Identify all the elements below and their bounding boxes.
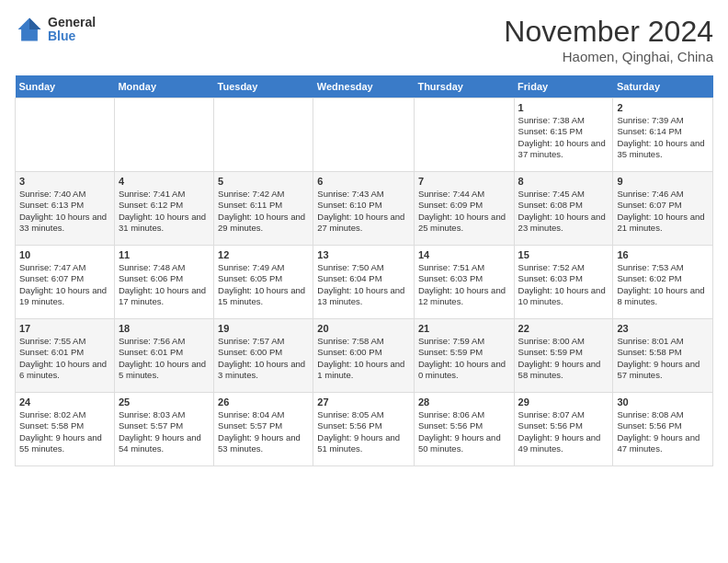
- daylight-hours: Daylight: 9 hours and 51 minutes.: [317, 432, 400, 454]
- calendar-cell: [16, 98, 115, 172]
- day-number: 7: [418, 176, 510, 187]
- day-number: 28: [418, 396, 510, 408]
- logo: General Blue: [15, 15, 96, 44]
- day-number: 17: [19, 323, 110, 334]
- day-info: Sunrise: 7:58 AM Sunset: 6:00 PM Dayligh…: [317, 336, 410, 381]
- daylight-hours: Daylight: 10 hours and 3 minutes.: [218, 359, 305, 380]
- daylight-hours: Daylight: 10 hours and 19 minutes.: [19, 285, 107, 306]
- logo-text: General Blue: [48, 16, 96, 44]
- daylight-hours: Daylight: 10 hours and 13 minutes.: [317, 285, 404, 306]
- sunset-time: Sunset: 5:58 PM: [19, 420, 84, 431]
- sunset-time: Sunset: 6:02 PM: [617, 273, 681, 283]
- sunset-time: Sunset: 6:03 PM: [418, 273, 483, 283]
- day-info: Sunrise: 8:05 AM Sunset: 5:56 PM Dayligh…: [317, 409, 410, 454]
- column-header-sunday: Sunday: [16, 75, 115, 98]
- calendar-cell: [313, 98, 415, 172]
- sunset-time: Sunset: 6:00 PM: [317, 347, 381, 357]
- daylight-hours: Daylight: 10 hours and 6 minutes.: [19, 359, 107, 380]
- day-info: Sunrise: 7:41 AM Sunset: 6:12 PM Dayligh…: [119, 189, 210, 234]
- day-info: Sunrise: 7:45 AM Sunset: 6:08 PM Dayligh…: [518, 189, 609, 234]
- sunset-time: Sunset: 6:08 PM: [518, 200, 583, 210]
- sunset-time: Sunset: 5:56 PM: [617, 420, 681, 431]
- day-number: 2: [617, 102, 709, 113]
- day-number: 15: [518, 249, 609, 260]
- page-header: General Blue November 2024 Haomen, Qingh…: [15, 15, 713, 64]
- calendar-cell: 8 Sunrise: 7:45 AM Sunset: 6:08 PM Dayli…: [514, 172, 613, 246]
- calendar-cell: 1 Sunrise: 7:38 AM Sunset: 6:15 PM Dayli…: [514, 98, 613, 172]
- calendar-week-row: 3 Sunrise: 7:40 AM Sunset: 6:13 PM Dayli…: [16, 172, 713, 246]
- calendar-cell: 12 Sunrise: 7:49 AM Sunset: 6:05 PM Dayl…: [214, 246, 313, 319]
- daylight-hours: Daylight: 10 hours and 17 minutes.: [119, 285, 206, 306]
- column-header-friday: Friday: [514, 75, 613, 98]
- calendar-cell: 10 Sunrise: 7:47 AM Sunset: 6:07 PM Dayl…: [16, 246, 115, 319]
- sunset-time: Sunset: 6:12 PM: [119, 200, 183, 210]
- day-info: Sunrise: 7:46 AM Sunset: 6:07 PM Dayligh…: [617, 189, 709, 234]
- sunset-time: Sunset: 5:56 PM: [418, 420, 483, 431]
- day-number: 18: [119, 323, 210, 334]
- day-info: Sunrise: 7:38 AM Sunset: 6:15 PM Dayligh…: [518, 115, 609, 160]
- daylight-hours: Daylight: 10 hours and 0 minutes.: [418, 359, 506, 380]
- sunrise-time: Sunrise: 8:08 AM: [617, 409, 683, 419]
- calendar-cell: 6 Sunrise: 7:43 AM Sunset: 6:10 PM Dayli…: [313, 172, 415, 246]
- calendar-header-row: SundayMondayTuesdayWednesdayThursdayFrid…: [16, 75, 713, 98]
- day-number: 9: [617, 176, 709, 187]
- day-info: Sunrise: 7:48 AM Sunset: 6:06 PM Dayligh…: [119, 262, 210, 307]
- calendar-cell: 28 Sunrise: 8:06 AM Sunset: 5:56 PM Dayl…: [414, 393, 514, 466]
- day-number: 12: [218, 249, 309, 260]
- sunset-time: Sunset: 6:01 PM: [119, 347, 183, 357]
- calendar-cell: 16 Sunrise: 7:53 AM Sunset: 6:02 PM Dayl…: [613, 246, 713, 319]
- daylight-hours: Daylight: 10 hours and 25 minutes.: [418, 212, 506, 233]
- sunrise-time: Sunrise: 7:41 AM: [119, 189, 185, 199]
- column-header-saturday: Saturday: [613, 75, 713, 98]
- calendar-cell: 22 Sunrise: 8:00 AM Sunset: 5:59 PM Dayl…: [514, 319, 613, 393]
- daylight-hours: Daylight: 10 hours and 12 minutes.: [418, 285, 506, 306]
- day-info: Sunrise: 7:56 AM Sunset: 6:01 PM Dayligh…: [119, 336, 210, 381]
- column-header-wednesday: Wednesday: [313, 75, 415, 98]
- daylight-hours: Daylight: 10 hours and 37 minutes.: [518, 138, 606, 159]
- sunrise-time: Sunrise: 8:05 AM: [317, 409, 383, 419]
- day-number: 29: [518, 396, 609, 408]
- calendar-cell: 25 Sunrise: 8:03 AM Sunset: 5:57 PM Dayl…: [114, 393, 213, 466]
- title-block: November 2024 Haomen, Qinghai, China: [504, 15, 713, 64]
- day-info: Sunrise: 8:03 AM Sunset: 5:57 PM Dayligh…: [119, 409, 210, 454]
- calendar-week-row: 24 Sunrise: 8:02 AM Sunset: 5:58 PM Dayl…: [16, 393, 713, 466]
- sunset-time: Sunset: 5:57 PM: [119, 420, 183, 431]
- day-number: 14: [418, 249, 510, 260]
- day-info: Sunrise: 7:55 AM Sunset: 6:01 PM Dayligh…: [19, 336, 110, 381]
- daylight-hours: Daylight: 10 hours and 5 minutes.: [119, 359, 206, 380]
- sunset-time: Sunset: 5:59 PM: [418, 347, 483, 357]
- calendar-cell: 4 Sunrise: 7:41 AM Sunset: 6:12 PM Dayli…: [114, 172, 213, 246]
- sunrise-time: Sunrise: 7:58 AM: [317, 336, 383, 346]
- daylight-hours: Daylight: 10 hours and 27 minutes.: [317, 212, 404, 233]
- daylight-hours: Daylight: 9 hours and 55 minutes.: [19, 432, 102, 454]
- calendar-cell: 23 Sunrise: 8:01 AM Sunset: 5:58 PM Dayl…: [613, 319, 713, 393]
- day-number: 8: [518, 176, 609, 187]
- sunset-time: Sunset: 6:01 PM: [19, 347, 84, 357]
- logo-icon: [15, 15, 44, 44]
- sunrise-time: Sunrise: 7:48 AM: [119, 262, 185, 272]
- daylight-hours: Daylight: 10 hours and 33 minutes.: [19, 212, 107, 233]
- sunset-time: Sunset: 6:07 PM: [617, 200, 681, 210]
- daylight-hours: Daylight: 9 hours and 50 minutes.: [418, 432, 501, 454]
- day-number: 11: [119, 249, 210, 260]
- sunrise-time: Sunrise: 7:51 AM: [418, 262, 484, 272]
- day-info: Sunrise: 8:00 AM Sunset: 5:59 PM Dayligh…: [518, 336, 609, 381]
- logo-blue: Blue: [48, 29, 96, 43]
- calendar-cell: [114, 98, 213, 172]
- column-header-tuesday: Tuesday: [214, 75, 313, 98]
- sunrise-time: Sunrise: 7:52 AM: [518, 262, 585, 272]
- calendar-cell: [414, 98, 514, 172]
- daylight-hours: Daylight: 10 hours and 31 minutes.: [119, 212, 206, 233]
- day-info: Sunrise: 7:49 AM Sunset: 6:05 PM Dayligh…: [218, 262, 309, 307]
- day-info: Sunrise: 7:52 AM Sunset: 6:03 PM Dayligh…: [518, 262, 609, 307]
- month-title: November 2024: [504, 15, 713, 49]
- day-number: 13: [317, 249, 410, 260]
- sunrise-time: Sunrise: 8:04 AM: [218, 409, 284, 419]
- calendar-cell: 18 Sunrise: 7:56 AM Sunset: 6:01 PM Dayl…: [114, 319, 213, 393]
- sunset-time: Sunset: 5:58 PM: [617, 347, 681, 357]
- day-info: Sunrise: 8:02 AM Sunset: 5:58 PM Dayligh…: [19, 409, 110, 454]
- daylight-hours: Daylight: 10 hours and 23 minutes.: [518, 212, 606, 233]
- daylight-hours: Daylight: 10 hours and 8 minutes.: [617, 285, 704, 306]
- sunset-time: Sunset: 5:56 PM: [317, 420, 381, 431]
- sunset-time: Sunset: 6:10 PM: [317, 200, 381, 210]
